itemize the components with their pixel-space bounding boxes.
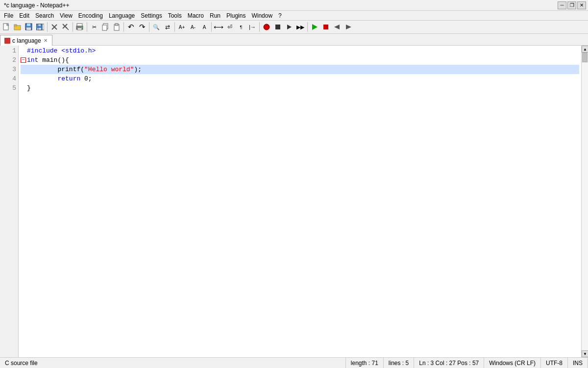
code-token: return (57, 74, 80, 83)
menu-item-search[interactable]: Search (32, 12, 57, 20)
menu-item-help[interactable]: ? (275, 12, 285, 20)
menu-item-run[interactable]: Run (207, 12, 223, 20)
svg-line-15 (64, 26, 69, 30)
close-all-button[interactable] (60, 22, 71, 32)
line-number-1: 1 (2, 46, 16, 55)
indent-guide-button[interactable]: |→ (247, 22, 258, 32)
toolbar-separator-1 (47, 22, 48, 32)
line-number-2: 2 (2, 55, 16, 65)
svg-rect-25 (275, 25, 280, 29)
undo-button[interactable]: ↶ (125, 22, 136, 32)
toolbar-separator-6 (174, 22, 175, 32)
svg-rect-23 (115, 24, 118, 26)
menu-item-file[interactable]: File (1, 12, 16, 20)
run-prev-button[interactable] (332, 22, 343, 32)
restore-button[interactable]: ❐ (567, 1, 576, 9)
macro-record-button[interactable] (261, 22, 272, 32)
code-line-4: return 0; (21, 74, 579, 83)
svg-rect-6 (26, 27, 31, 30)
status-bar: C source file length : 71 lines : 5 Ln :… (0, 357, 588, 368)
line-number-4: 4 (2, 74, 16, 83)
title-controls: ─ ❐ ✕ (558, 1, 586, 9)
menu-item-encoding[interactable]: Encoding (75, 12, 106, 20)
svg-rect-5 (27, 24, 30, 26)
menu-item-macro[interactable]: Macro (185, 12, 207, 20)
save-all-button[interactable] (35, 22, 46, 32)
code-line-1: #include <stdio.h> (21, 46, 579, 55)
minimize-button[interactable]: ─ (558, 1, 566, 9)
code-line-5: } (21, 83, 579, 93)
toolbar-separator-2 (73, 22, 73, 32)
scroll-down-button[interactable]: ▼ (582, 350, 588, 357)
toolbar-separator-8 (259, 22, 260, 32)
scroll-thumb[interactable] (582, 53, 588, 62)
find-button[interactable]: 🔍 (151, 22, 162, 32)
tab-close-button[interactable]: ✕ (43, 38, 48, 43)
toolbar-separator-4 (123, 22, 124, 32)
macro-save-button[interactable]: ▶▶ (295, 22, 306, 32)
code-token: } (27, 83, 31, 93)
menu-item-settings[interactable]: Settings (138, 12, 165, 20)
macro-play-button[interactable] (284, 22, 294, 32)
zoom-out-button[interactable]: A- (188, 22, 198, 32)
menu-item-edit[interactable]: Edit (16, 12, 32, 20)
svg-marker-26 (287, 25, 292, 29)
paste-button[interactable] (111, 22, 122, 32)
status-line-endings: Windows (CR LF) (484, 358, 541, 368)
zoom-in-button[interactable]: A+ (176, 22, 187, 32)
code-token (27, 74, 57, 83)
menu-item-tools[interactable]: Tools (165, 12, 185, 20)
print-button[interactable] (74, 22, 85, 32)
menu-bar: FileEditSearchViewEncodingLanguageSettin… (0, 11, 588, 21)
save-button[interactable] (24, 22, 34, 32)
svg-rect-21 (102, 25, 107, 30)
line-numbers: 12345 (0, 46, 19, 357)
code-line-3: printf("Hello world"); (21, 65, 579, 74)
status-position: Ln : 3 Col : 27 Pos : 57 (414, 358, 484, 368)
run-stop-button[interactable] (320, 22, 331, 32)
menu-item-window[interactable]: Window (248, 12, 275, 20)
toolbar-separator-9 (307, 22, 308, 32)
svg-marker-29 (334, 25, 340, 29)
word-wrap-button[interactable]: ⏎ (224, 22, 235, 32)
vertical-scrollbar[interactable]: ▲ ▼ (581, 46, 588, 357)
open-button[interactable] (12, 22, 23, 32)
run-next-button[interactable] (343, 22, 354, 32)
svg-rect-3 (14, 25, 17, 26)
tab-c-language[interactable]: c language ✕ (0, 35, 52, 46)
close-button[interactable]: ✕ (577, 1, 586, 9)
window-title: *c language - Notepad++ (2, 2, 69, 9)
find-replace-button[interactable]: ⇄ (162, 22, 173, 32)
menu-item-plugins[interactable]: Plugins (223, 12, 248, 20)
redo-button[interactable]: ↷ (137, 22, 147, 32)
code-area[interactable]: #include <stdio.h>−int main(){ printf("H… (19, 46, 581, 357)
status-ins: INS (568, 358, 588, 368)
code-token: 0; (80, 74, 92, 83)
copy-button[interactable] (100, 22, 111, 32)
menu-item-view[interactable]: View (57, 12, 75, 20)
code-token: ); (134, 65, 142, 74)
svg-marker-30 (346, 25, 351, 29)
svg-point-24 (264, 24, 270, 30)
scroll-track[interactable] (582, 53, 588, 350)
macro-stop-button[interactable] (272, 22, 283, 32)
cut-button[interactable]: ✂ (89, 22, 99, 32)
toolbar-area: ✂ ↶ ↷ 🔍 ⇄ A+ A- A ⟷ ⏎ ¶ |→ ▶▶ (0, 21, 588, 34)
sync-scroll-button[interactable]: ⟷ (213, 22, 224, 32)
run-button[interactable] (309, 22, 320, 32)
toolbar-separator-7 (211, 22, 212, 32)
scroll-up-button[interactable]: ▲ (582, 46, 588, 53)
status-length: length : 71 (346, 358, 384, 368)
all-chars-button[interactable]: ¶ (236, 22, 246, 32)
close-tab-button[interactable] (49, 22, 60, 32)
svg-point-19 (81, 27, 82, 28)
line-number-5: 5 (2, 83, 16, 93)
new-button[interactable] (1, 22, 12, 32)
fold-marker-2[interactable]: − (21, 57, 26, 63)
title-bar: *c language - Notepad++ ─ ❐ ✕ (0, 0, 588, 11)
line-number-3: 3 (2, 65, 16, 74)
menu-item-language[interactable]: Language (106, 12, 138, 20)
tab-icon (4, 38, 10, 44)
code-token: #include <stdio.h> (27, 46, 96, 55)
zoom-restore-button[interactable]: A (199, 22, 210, 32)
